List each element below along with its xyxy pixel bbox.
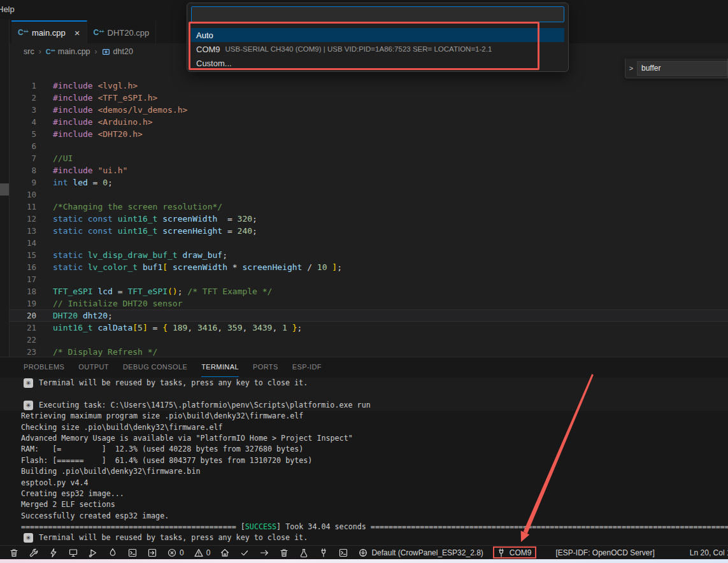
code-text: DHT20 dht20; [53, 311, 113, 320]
flash-run-icon[interactable] [88, 548, 98, 558]
line-number: 23 [10, 346, 36, 357]
cursor-position[interactable]: Ln 20, Col 13 [690, 548, 728, 557]
terminal-line [0, 388, 728, 399]
code-line: 18TFT_eSPI lcd = TFT_eSPI(); /* TFT Exam… [10, 285, 728, 297]
espidf-status[interactable]: [ESP-IDF: OpenOCD Server] [555, 548, 654, 557]
line-number: 16 [10, 261, 36, 273]
line-number: 6 [10, 140, 36, 152]
breadcrumb-label: main.cpp [58, 47, 90, 56]
terminal-icon[interactable] [127, 548, 138, 558]
line-number: 9 [10, 176, 36, 189]
editor-tab-main.cpp[interactable]: C++main.cpp× [11, 20, 87, 43]
symbol-icon [102, 48, 110, 56]
scrollbar-thumb[interactable] [0, 183, 9, 196]
code-text: int led = 0; [53, 178, 113, 187]
code-line: 1#include <lvgl.h> [10, 80, 728, 92]
terminal-line: Advanced Memory Usage is available via "… [0, 433, 728, 444]
wrench-icon[interactable] [29, 548, 39, 558]
panel-tab-problems[interactable]: PROBLEMS [24, 357, 64, 377]
code-text: #include <demos/lv_demos.h> [53, 105, 187, 115]
code-line: 10 [10, 189, 728, 201]
code-editor[interactable]: 1#include <lvgl.h>2#include <TFT_eSPI.h>… [10, 60, 728, 357]
find-input[interactable] [637, 61, 727, 76]
code-line: 14 [10, 237, 728, 249]
pio-clean-trash-icon[interactable] [279, 548, 289, 558]
line-number: 17 [10, 273, 36, 285]
errors-indicator[interactable]: 0 [167, 548, 184, 558]
breadcrumb-item-src[interactable]: src [24, 47, 34, 56]
panel-tab-output[interactable]: OUTPUT [78, 357, 109, 377]
pio-home-icon[interactable] [220, 548, 230, 558]
vscode-window: Help C++main.cpp×C++DHT20.cpp src›C++mai… [0, 0, 728, 563]
panel-tab-terminal[interactable]: TERMINAL [201, 357, 239, 377]
breadcrumb-label: dht20 [113, 47, 133, 56]
code-text: #include <Arduino.h> [53, 117, 153, 127]
code-text: static lv_color_t buf1[ screenWidth * sc… [53, 262, 342, 272]
find-widget: > [625, 59, 728, 78]
terminal-line: Retrieving maximum program size .pio\bui… [0, 411, 728, 422]
quickpick-input[interactable] [191, 6, 564, 22]
code-text: static const uint16_t screenWidth = 320; [53, 214, 257, 224]
quickpick-item-auto[interactable]: Auto [191, 28, 564, 42]
pio-terminal-icon[interactable] [338, 548, 348, 558]
menu-item-help[interactable]: Help [0, 4, 15, 14]
line-number: 4 [10, 116, 36, 128]
warning-count: 0 [206, 548, 211, 557]
code-line: 11/*Changing the screen resolution*/ [10, 201, 728, 213]
warnings-indicator[interactable]: 0 [194, 548, 211, 558]
code-text: TFT_eSPI lcd = TFT_eSPI(); /* TFT Exampl… [53, 287, 272, 296]
line-number: 14 [10, 237, 36, 249]
line-number: 1 [10, 80, 36, 92]
monitor-icon[interactable] [68, 548, 78, 558]
breadcrumb-label: src [24, 47, 34, 56]
plug-icon [496, 548, 506, 558]
breadcrumb-item-dht20[interactable]: dht20 [102, 47, 133, 56]
quickpick-item-description: USB-SERIAL CH340 (COM9) | USB VID:PID=1A… [225, 45, 492, 53]
code-text: // Initialize DHT20 sensor [53, 299, 183, 308]
flame-icon[interactable] [108, 548, 118, 558]
chevron-right-icon[interactable]: > [625, 64, 637, 72]
code-line: 19// Initialize DHT20 sensor [10, 297, 728, 310]
task-decoration-icon: ✳ [24, 401, 33, 410]
line-number: 15 [10, 249, 36, 261]
editor-tab-DHT20.cpp[interactable]: C++DHT20.cpp [87, 20, 157, 43]
quickpick-item-label: Auto [196, 31, 213, 40]
close-icon[interactable]: × [75, 28, 80, 38]
cpp-file-icon: C++ [18, 29, 28, 36]
pio-serial-plug-icon[interactable] [318, 548, 329, 558]
quickpick-list: AutoCOM9USB-SERIAL CH340 (COM9) | USB VI… [191, 28, 564, 70]
panel-tab-esp-idf[interactable]: ESP-IDF [292, 357, 322, 377]
panel-tab-debug-console[interactable]: DEBUG CONSOLE [123, 357, 187, 377]
panel-tab-bar: PROBLEMSOUTPUTDEBUG CONSOLETERMINALPORTS… [0, 357, 728, 377]
env-label: Default (CrowPanel_ESP32_2.8) [371, 548, 483, 557]
taskbar-sliver [0, 559, 728, 563]
cpp-file-icon: C++ [46, 48, 55, 55]
pio-build-check-icon[interactable] [239, 548, 250, 558]
line-number: 7 [10, 152, 36, 164]
code-line: 6 [10, 140, 728, 152]
code-line: 3#include <demos/lv_demos.h> [10, 104, 728, 116]
run-box-icon[interactable] [147, 548, 157, 558]
pio-upload-arrow-icon[interactable] [259, 548, 269, 558]
code-text: #include <DHT20.h> [53, 129, 143, 139]
quickpick-item-com9[interactable]: COM9USB-SERIAL CH340 (COM9) | USB VID:PI… [191, 42, 564, 56]
trash-icon[interactable] [9, 548, 19, 558]
code-line: 20DHT20 dht20; [10, 310, 728, 322]
code-text: //UI [53, 153, 73, 163]
terminal-line: ========================================… [0, 522, 728, 532]
line-number: 13 [10, 225, 36, 237]
breadcrumb-item-main.cpp[interactable]: C++main.cpp [46, 47, 90, 56]
error-count: 0 [180, 548, 184, 557]
quickpick-item-custom[interactable]: Custom... [191, 56, 564, 70]
terminal-output[interactable]: ✳Terminal will be reused by tasks, press… [0, 378, 728, 545]
code-text: static const uint16_t screenHeight = 240… [53, 226, 257, 236]
line-number: 21 [10, 322, 36, 334]
lightning-icon[interactable] [48, 548, 59, 558]
pio-env-selector[interactable]: Default (CrowPanel_ESP32_2.8) [358, 548, 483, 558]
pio-test-beaker-icon[interactable] [299, 548, 309, 558]
terminal-line: RAM: [= ] 12.3% (used 40228 bytes from 3… [0, 444, 728, 455]
serial-port-selector[interactable]: COM9 [493, 546, 537, 559]
panel-tab-ports[interactable]: PORTS [253, 357, 278, 377]
code-text: /*Changing the screen resolution*/ [53, 202, 222, 211]
code-line: 4#include <Arduino.h> [10, 116, 728, 128]
